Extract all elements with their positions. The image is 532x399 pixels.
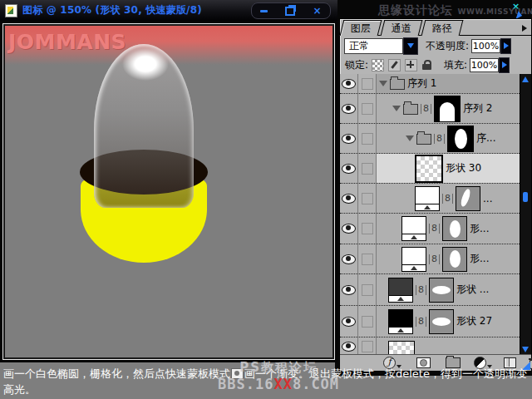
vector-mask-thumbnail[interactable] xyxy=(442,247,467,272)
layer-row-shape27[interactable]: 8 形状 27 xyxy=(340,306,521,337)
link-chain-icon: 8 xyxy=(416,317,426,327)
layer-label[interactable]: 形... xyxy=(470,252,489,266)
window-controls: × xyxy=(251,2,331,19)
lock-transparency-icon[interactable] xyxy=(372,59,384,71)
layer-row-shape-b[interactable]: 8 形... xyxy=(340,244,521,274)
link-cell[interactable] xyxy=(358,337,377,355)
eye-icon xyxy=(342,104,356,114)
link-cell[interactable] xyxy=(358,94,377,123)
tab-paths[interactable]: 路径 xyxy=(421,20,464,36)
watermark-forum-url: BBS.16XX8.COM xyxy=(218,376,339,392)
eye-icon xyxy=(342,134,356,144)
chevron-down-icon xyxy=(407,43,414,48)
link-cell[interactable] xyxy=(358,124,377,153)
canvas-watermark: JOMMANS xyxy=(8,30,126,54)
opacity-slider-button[interactable] xyxy=(500,38,511,54)
canvas[interactable]: JOMMANS xyxy=(5,26,332,357)
layer-thumbnail[interactable] xyxy=(415,155,443,183)
eye-icon xyxy=(342,79,356,89)
bottom-watermark: PS教程论坛 BBS.16XX8.COM xyxy=(218,360,339,392)
vector-mask-thumbnail[interactable] xyxy=(442,216,467,241)
document-window: 图标 @ 150% (形状 30, 快速蒙版/8) × JOMMANS xyxy=(0,0,337,362)
visibility-toggle[interactable] xyxy=(340,244,358,273)
fill-slider-button[interactable] xyxy=(499,57,510,73)
fill-thumbnail[interactable] xyxy=(401,216,426,241)
expand-triangle-icon[interactable] xyxy=(406,135,414,141)
lock-position-icon[interactable] xyxy=(405,59,417,71)
link-cell[interactable] xyxy=(358,306,377,337)
fill-thumbnail[interactable] xyxy=(401,247,426,272)
link-chain-icon: 8 xyxy=(421,104,431,114)
visibility-toggle[interactable] xyxy=(340,184,358,213)
fill-thumbnail[interactable] xyxy=(388,278,413,303)
link-chain-icon: 8 xyxy=(416,285,426,295)
layer-row-partial[interactable] xyxy=(340,337,521,355)
blend-mode-select[interactable]: 正常 xyxy=(344,38,403,54)
folder-icon xyxy=(390,79,405,90)
document-frame: JOMMANS xyxy=(0,21,337,362)
visibility-toggle[interactable] xyxy=(340,154,358,183)
link-cell[interactable] xyxy=(358,274,377,305)
visibility-toggle[interactable] xyxy=(340,306,358,337)
opacity-input[interactable]: 100% xyxy=(471,39,500,53)
watermark-close-icon: × xyxy=(512,1,520,12)
link-chain-icon: 8 xyxy=(434,134,445,144)
group-mask-thumbnail[interactable] xyxy=(434,96,461,122)
chevron-right-icon xyxy=(504,42,509,49)
link-cell[interactable] xyxy=(358,184,377,213)
layer-label[interactable]: 序列 2 xyxy=(463,101,492,116)
vector-mask-thumbnail[interactable] xyxy=(429,309,454,334)
blend-mode-dropdown-button[interactable] xyxy=(403,37,418,55)
layers-scrollbar[interactable] xyxy=(520,74,531,355)
layer-row-shape-c[interactable]: 8 形状 ... xyxy=(340,274,521,306)
layer-row-group3[interactable]: 8 序... xyxy=(340,124,521,154)
layer-row-shape30[interactable]: 形状 30 xyxy=(340,154,521,184)
vector-mask-thumbnail[interactable] xyxy=(456,186,480,211)
lock-pixels-icon[interactable] xyxy=(388,59,401,71)
layer-label[interactable]: 形状 30 xyxy=(446,161,481,175)
visibility-toggle[interactable] xyxy=(340,337,358,355)
layer-row-group2[interactable]: 8 序列 2 xyxy=(340,94,521,124)
document-titlebar[interactable]: 图标 @ 150% (形状 30, 快速蒙版/8) × xyxy=(0,0,337,21)
close-icon[interactable]: × xyxy=(313,6,321,16)
lock-all-icon[interactable] xyxy=(421,60,432,71)
scroll-up-icon[interactable] xyxy=(522,76,529,82)
panel-menu-icon[interactable] xyxy=(522,25,527,32)
visibility-toggle[interactable] xyxy=(340,74,358,93)
tab-channels[interactable]: 通道 xyxy=(381,20,423,36)
layer-label[interactable]: 形状 27 xyxy=(456,314,492,328)
layer-label[interactable]: 序... xyxy=(476,131,495,145)
link-cell[interactable] xyxy=(358,244,377,273)
expand-triangle-icon[interactable] xyxy=(379,81,387,86)
group-mask-thumbnail[interactable] xyxy=(447,126,474,152)
link-cell[interactable] xyxy=(358,74,377,93)
layer-list: 序列 1 8 序列 2 8 序... xyxy=(340,74,521,355)
expand-triangle-icon[interactable] xyxy=(392,106,401,111)
visibility-toggle[interactable] xyxy=(340,274,358,305)
fill-thumbnail[interactable] xyxy=(388,309,413,334)
link-cell[interactable] xyxy=(358,154,377,183)
tab-layers[interactable]: 图层 xyxy=(340,20,382,36)
fill-thumbnail[interactable] xyxy=(415,186,440,211)
layer-row-shape-a[interactable]: 8 形... xyxy=(340,214,521,244)
restore-icon[interactable] xyxy=(285,7,295,16)
layer-label[interactable]: 序列 1 xyxy=(407,76,436,91)
link-cell[interactable] xyxy=(358,214,377,244)
fill-input[interactable]: 100% xyxy=(470,58,499,72)
layer-row-shape-swoosh[interactable]: 8 ... xyxy=(340,184,521,214)
visibility-toggle[interactable] xyxy=(340,124,358,153)
layer-label[interactable]: 形... xyxy=(470,222,489,236)
layer-thumbnail[interactable] xyxy=(388,341,415,355)
capsule-top-highlight xyxy=(122,47,169,81)
visibility-toggle[interactable] xyxy=(340,214,358,244)
link-chain-icon: 8 xyxy=(429,224,440,234)
scrollbar-thumb[interactable] xyxy=(523,192,528,202)
scroll-down-icon[interactable] xyxy=(522,347,529,352)
visibility-toggle[interactable] xyxy=(340,94,358,123)
layer-label[interactable]: ... xyxy=(483,193,492,204)
eye-icon xyxy=(342,317,356,327)
layer-label[interactable]: 形状 ... xyxy=(456,283,489,297)
vector-mask-thumbnail[interactable] xyxy=(429,278,454,303)
minimize-icon[interactable] xyxy=(260,10,268,12)
layer-row-group1[interactable]: 序列 1 xyxy=(340,74,521,94)
